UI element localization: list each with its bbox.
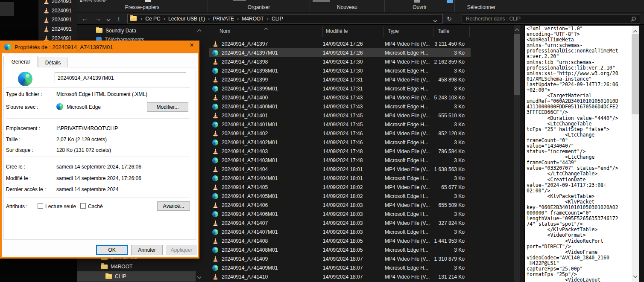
file-row[interactable]: 20240914_A741397 14/09/2024 17:26 MP4 Vi… bbox=[209, 39, 471, 48]
file-row[interactable]: 20240914_A741403 14/09/2024 17:48 MP4 Vi… bbox=[209, 147, 471, 156]
file-row[interactable]: 20240914_A741397M01 14/09/2024 17:26 Mic… bbox=[209, 48, 471, 57]
hidden-label: Caché bbox=[88, 204, 103, 209]
column-divider[interactable] bbox=[469, 26, 470, 37]
file-size: 1 638 563 Ko bbox=[430, 166, 466, 172]
file-row[interactable]: 20240914_A741402 14/09/2024 17:46 MP4 Vi… bbox=[209, 129, 471, 138]
nav-item[interactable]: Soundly Data bbox=[77, 26, 196, 35]
file-row[interactable]: 20240914_A741404M01 14/09/2024 18:01 Mic… bbox=[209, 174, 471, 183]
file-size: 655 509 Ko bbox=[430, 202, 466, 208]
file-row[interactable]: 20240914_A741407M01 14/09/2024 18:03 Mic… bbox=[209, 227, 471, 236]
background-file-item[interactable]: 2024091 bbox=[38, 34, 77, 41]
file-row[interactable]: 20240914_A741405M01 14/09/2024 18:02 Mic… bbox=[209, 192, 471, 201]
tab-details[interactable]: Détails bbox=[38, 58, 68, 67]
file-row[interactable]: 20240914_A741402M01 14/09/2024 17:46 Mic… bbox=[209, 138, 471, 147]
back-button[interactable]: ← bbox=[79, 13, 91, 24]
file-name: 20240914_A741402M01 bbox=[219, 140, 319, 145]
file-row[interactable]: 20240914_A741405 14/09/2024 18:02 MP4 Vi… bbox=[209, 183, 471, 192]
file-type: MP4 Video File (V... bbox=[380, 238, 430, 244]
file-row[interactable]: 20240914_A741409 14/09/2024 18:07 MP4 Vi… bbox=[209, 254, 471, 263]
file-row[interactable]: 20240914_A741400 14/09/2024 17:43 MP4 Vi… bbox=[209, 93, 471, 102]
breadcrumb[interactable]: › Ce PC › Lecteur USB (I:) › PRIVATE › M… bbox=[127, 14, 443, 23]
breadcrumb-item[interactable]: › Lecteur USB (I:) bbox=[161, 15, 205, 22]
ribbon-group: Ouvrir bbox=[385, 0, 455, 12]
xml-line: 3FFFEED66CF"/> bbox=[527, 110, 632, 115]
background-file-item[interactable]: 2024091 bbox=[38, 24, 77, 34]
column-divider[interactable] bbox=[383, 26, 383, 37]
breadcrumb-item[interactable]: › Ce PC bbox=[138, 15, 161, 22]
scrollbar-up-icon[interactable] bbox=[633, 28, 638, 34]
opens-with-label: S'ouvre avec : bbox=[6, 104, 38, 110]
xml-scrollbar[interactable] bbox=[632, 26, 639, 282]
file-row[interactable]: 20240914_A741406M01 14/09/2024 18:03 Mic… bbox=[209, 209, 471, 218]
file-modified-date: 14/09/2024 17:30 bbox=[319, 68, 380, 74]
column-header-modified[interactable]: Modifié le bbox=[326, 28, 348, 34]
column-header-size[interactable]: Taille bbox=[438, 28, 449, 34]
file-row[interactable]: 20240914_A741407 14/09/2024 18:03 MP4 Vi… bbox=[209, 218, 471, 227]
tab-general[interactable]: Général bbox=[3, 56, 38, 67]
change-button[interactable]: Modifier... bbox=[147, 102, 188, 112]
properties-button-fragment[interactable] bbox=[414, 0, 420, 3]
column-divider[interactable] bbox=[433, 26, 433, 37]
breadcrumb-item[interactable]: › M4ROOT bbox=[234, 15, 264, 22]
up-button[interactable]: ↑ bbox=[113, 13, 125, 24]
paste-button-fragment[interactable] bbox=[145, 0, 151, 2]
file-row[interactable]: 20240914_A741404 14/09/2024 18:01 MP4 Vi… bbox=[209, 165, 471, 174]
address-dropdown-chevron-icon[interactable] bbox=[433, 17, 437, 23]
nav-scrollbar-down-icon[interactable] bbox=[197, 274, 202, 280]
organize-button-fragment[interactable] bbox=[233, 0, 246, 1]
scrollbar-down-icon[interactable] bbox=[633, 273, 638, 279]
scrollbar-up-icon[interactable] bbox=[515, 26, 519, 32]
file-row[interactable]: 20240914_A741403M01 14/09/2024 17:48 Mic… bbox=[209, 156, 471, 165]
tree-item[interactable]: M4ROOT bbox=[77, 262, 196, 271]
scrollbar-thumb[interactable] bbox=[632, 34, 639, 114]
file-row[interactable]: 20240914_A741408M01 14/09/2024 18:05 Mic… bbox=[209, 245, 471, 254]
background-file-item[interactable]: 2024091 bbox=[38, 15, 77, 24]
search-input[interactable] bbox=[462, 16, 640, 22]
file-row[interactable]: 20240914_A741408 14/09/2024 18:05 MP4 Vi… bbox=[209, 236, 471, 245]
forward-button[interactable]: → bbox=[91, 13, 104, 24]
file-size: 786 584 Ko bbox=[430, 148, 466, 154]
file-row[interactable]: 20240914_A741398 14/09/2024 17:30 MP4 Vi… bbox=[209, 57, 471, 66]
background-file-item[interactable]: 2024091 bbox=[38, 0, 77, 6]
file-row[interactable]: 20240914_A741401M01 14/09/2024 17:45 Mic… bbox=[209, 120, 471, 129]
column-header-type[interactable]: Type bbox=[388, 28, 399, 34]
pin-quick-access-button[interactable]: Accès rapide bbox=[79, 0, 107, 2]
file-row[interactable]: 20240914_A741399 14/09/2024 17:31 MP4 Vi… bbox=[209, 75, 471, 84]
chevron-right-icon: › bbox=[234, 15, 242, 22]
scrollbar-thumb[interactable] bbox=[514, 34, 520, 95]
column-divider[interactable] bbox=[322, 26, 323, 37]
search-icon[interactable] bbox=[630, 16, 636, 23]
readonly-checkbox[interactable] bbox=[38, 203, 43, 209]
file-row[interactable]: 20240914_A741400M01 14/09/2024 17:43 Mic… bbox=[209, 102, 471, 111]
refresh-icon[interactable]: ↻ bbox=[444, 15, 455, 22]
folder-icon bbox=[130, 16, 137, 21]
select-all-button-fragment[interactable] bbox=[447, 0, 453, 3]
file-size: 327 824 Ko bbox=[430, 220, 466, 226]
column-header-name[interactable]: Nom bbox=[220, 28, 230, 34]
dialog-title-bar[interactable]: Propriétés de : 20240914_A741397M01 × bbox=[0, 41, 199, 53]
hidden-checkbox[interactable] bbox=[80, 203, 86, 209]
nav-scrollbar-up-icon[interactable] bbox=[197, 27, 202, 33]
cancel-button[interactable]: Annuler bbox=[131, 245, 163, 255]
file-list-scrollbar[interactable] bbox=[514, 25, 520, 282]
file-name: 20240914_A741409 bbox=[219, 256, 319, 262]
ok-button[interactable]: OK bbox=[96, 245, 128, 255]
filename-field[interactable] bbox=[55, 73, 186, 83]
file-row[interactable]: 20240914_A741406 14/09/2024 18:03 MP4 Vi… bbox=[209, 201, 471, 209]
tree-item[interactable]: CLIP bbox=[77, 271, 196, 282]
file-row[interactable]: 20240914_A741410 14/09/2024 18:07 MP4 Vi… bbox=[209, 272, 471, 281]
breadcrumb-item[interactable]: › CLIP bbox=[264, 15, 283, 22]
breadcrumb-item[interactable]: › PRIVATE bbox=[205, 15, 234, 22]
file-row[interactable]: 20240914_A741399M01 14/09/2024 17:31 Mic… bbox=[209, 84, 471, 93]
file-row[interactable]: 20240914_A741409M01 14/09/2024 18:07 Mic… bbox=[209, 263, 471, 272]
close-icon[interactable]: × bbox=[187, 41, 197, 49]
file-row[interactable]: 20240914_A741398M01 14/09/2024 17:30 Mic… bbox=[209, 66, 471, 75]
breadcrumb-label: Ce PC bbox=[145, 16, 160, 22]
new-folder-button-fragment[interactable] bbox=[313, 0, 330, 2]
apply-button[interactable]: Appliquer bbox=[166, 245, 197, 255]
divider bbox=[6, 198, 190, 198]
advanced-button[interactable]: Avancé... bbox=[157, 201, 190, 211]
background-file-item[interactable]: 2024091 bbox=[38, 6, 77, 15]
file-row[interactable]: 20240914_A741401 14/09/2024 17:45 MP4 Vi… bbox=[209, 111, 471, 120]
recent-locations-chevron-icon[interactable] bbox=[104, 13, 113, 25]
